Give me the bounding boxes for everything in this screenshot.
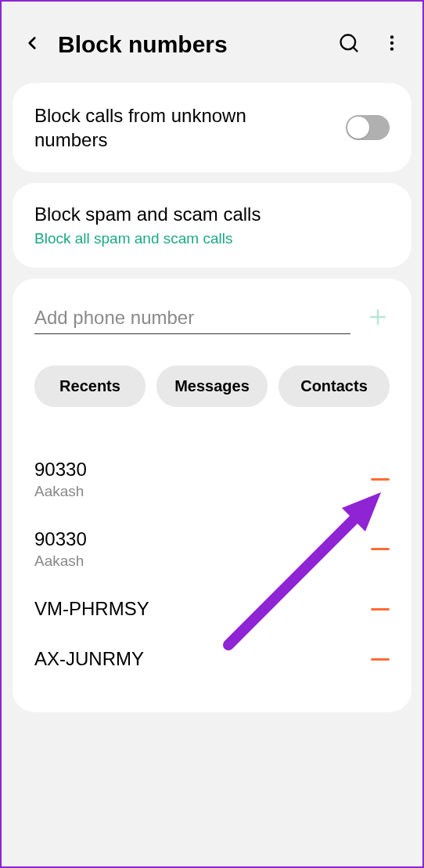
blocked-item: 90330Aakash xyxy=(34,445,390,514)
svg-point-2 xyxy=(390,35,393,38)
block-unknown-label: Block calls from unknown numbers xyxy=(34,103,285,152)
add-icon[interactable] xyxy=(366,305,390,332)
block-unknown-card[interactable]: Block calls from unknown numbers xyxy=(13,83,411,172)
remove-icon[interactable] xyxy=(371,658,390,661)
search-icon[interactable] xyxy=(338,32,360,57)
blocked-name: Aakash xyxy=(34,483,87,500)
block-spam-subtitle: Block all spam and scam calls xyxy=(34,230,390,247)
blocked-name: Aakash xyxy=(34,553,87,570)
blocked-number: 90330 xyxy=(34,459,87,481)
blocked-list: 90330Aakash90330AakashVM-PHRMSYAX-JUNRMY xyxy=(34,445,390,684)
blocked-info: AX-JUNRMY xyxy=(34,648,144,670)
more-icon[interactable] xyxy=(382,33,402,56)
remove-icon[interactable] xyxy=(371,478,390,481)
blocked-number: VM-PHRMSY xyxy=(34,598,149,620)
svg-line-1 xyxy=(353,47,357,51)
main-card: Recents Messages Contacts 90330Aakash903… xyxy=(13,279,411,712)
remove-icon[interactable] xyxy=(371,548,390,550)
svg-point-4 xyxy=(390,47,393,50)
messages-chip[interactable]: Messages xyxy=(156,366,268,407)
phone-input[interactable] xyxy=(34,302,350,334)
blocked-info: 90330Aakash xyxy=(34,528,87,570)
block-spam-title: Block spam and scam calls xyxy=(34,203,390,225)
block-unknown-toggle[interactable] xyxy=(346,115,390,140)
recents-chip[interactable]: Recents xyxy=(34,366,146,407)
svg-point-3 xyxy=(390,41,393,45)
contacts-chip[interactable]: Contacts xyxy=(278,366,390,407)
blocked-item: 90330Aakash xyxy=(34,514,390,584)
blocked-info: 90330Aakash xyxy=(34,459,87,500)
blocked-number: AX-JUNRMY xyxy=(34,648,144,670)
block-spam-card[interactable]: Block spam and scam calls Block all spam… xyxy=(13,183,411,268)
blocked-number: 90330 xyxy=(34,528,87,550)
blocked-info: VM-PHRMSY xyxy=(34,598,149,620)
back-icon[interactable] xyxy=(22,33,42,56)
remove-icon[interactable] xyxy=(371,608,390,610)
blocked-item: AX-JUNRMY xyxy=(34,634,390,684)
page-title: Block numbers xyxy=(58,31,338,58)
blocked-item: VM-PHRMSY xyxy=(34,584,390,634)
